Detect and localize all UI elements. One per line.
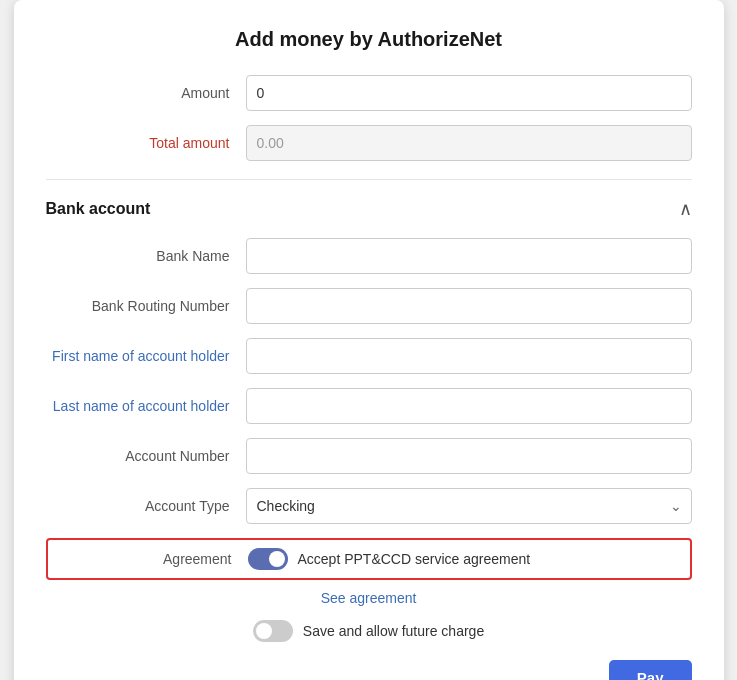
pay-button[interactable]: Pay — [609, 660, 692, 680]
account-type-select[interactable]: Checking Savings — [246, 488, 692, 524]
bank-routing-input[interactable] — [246, 288, 692, 324]
agreement-label: Agreement — [58, 551, 248, 567]
account-number-row: Account Number — [46, 438, 692, 474]
amount-input[interactable] — [246, 75, 692, 111]
last-name-input[interactable] — [246, 388, 692, 424]
bank-name-row: Bank Name — [46, 238, 692, 274]
first-name-row: First name of account holder — [46, 338, 692, 374]
amount-label: Amount — [46, 85, 246, 101]
bank-routing-row: Bank Routing Number — [46, 288, 692, 324]
account-type-wrapper: Checking Savings ⌄ — [246, 488, 692, 524]
future-charge-text: Save and allow future charge — [303, 623, 484, 639]
add-money-card: Add money by AuthorizeNet Amount Total a… — [14, 0, 724, 680]
bank-account-section-header: Bank account ∧ — [46, 198, 692, 220]
bank-section-title: Bank account — [46, 200, 151, 218]
account-type-label: Account Type — [46, 498, 246, 514]
total-amount-label: Total amount — [46, 135, 246, 151]
first-name-input[interactable] — [246, 338, 692, 374]
account-number-label: Account Number — [46, 448, 246, 464]
agreement-row: Agreement Accept PPT&CCD service agreeme… — [46, 538, 692, 580]
page-title: Add money by AuthorizeNet — [46, 28, 692, 51]
account-number-input[interactable] — [246, 438, 692, 474]
bank-name-label: Bank Name — [46, 248, 246, 264]
agreement-text: Accept PPT&CCD service agreement — [298, 551, 531, 567]
total-amount-row: Total amount — [46, 125, 692, 161]
agreement-toggle[interactable] — [248, 548, 288, 570]
bank-routing-label: Bank Routing Number — [46, 298, 246, 314]
total-amount-input — [246, 125, 692, 161]
see-agreement-link[interactable]: See agreement — [321, 590, 417, 606]
account-type-row: Account Type Checking Savings ⌄ — [46, 488, 692, 524]
first-name-label: First name of account holder — [46, 348, 246, 364]
amount-row: Amount — [46, 75, 692, 111]
collapse-icon[interactable]: ∧ — [679, 198, 692, 220]
see-agreement-row: See agreement — [46, 590, 692, 606]
divider — [46, 179, 692, 180]
agreement-toggle-slider — [248, 548, 288, 570]
bank-name-input[interactable] — [246, 238, 692, 274]
future-charge-toggle[interactable] — [253, 620, 293, 642]
pay-row: Pay — [46, 660, 692, 680]
future-charge-row: Save and allow future charge — [46, 620, 692, 642]
future-charge-toggle-slider — [253, 620, 293, 642]
last-name-row: Last name of account holder — [46, 388, 692, 424]
last-name-label: Last name of account holder — [46, 398, 246, 414]
